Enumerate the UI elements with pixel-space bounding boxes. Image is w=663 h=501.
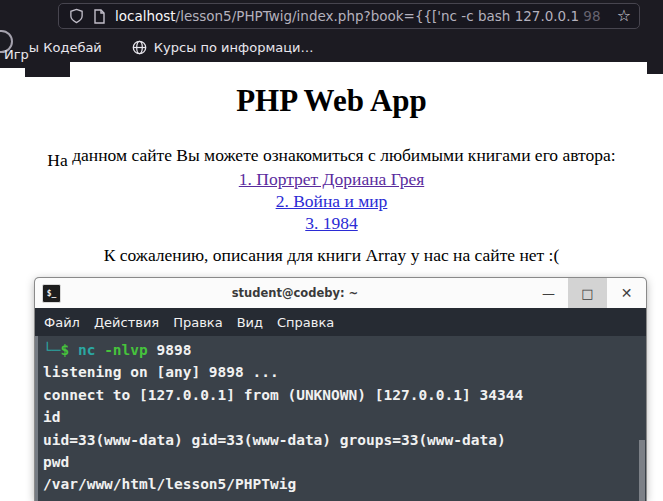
menu-item[interactable]: Действия (87, 315, 166, 330)
maximize-button[interactable]: □ (568, 278, 607, 308)
bookmark-item-codeby-games[interactable]: Игры Кодебай (4, 40, 102, 55)
book-link[interactable]: 2. Война и мир (0, 190, 663, 212)
close-button[interactable]: ✕ (607, 278, 646, 308)
terminal-title: student@codeby: ~ (61, 286, 529, 300)
terminal-line: listening on [any] 9898 ... (43, 361, 646, 383)
bookmark-label: Курсы по информаци… (154, 40, 314, 55)
terminal-line: uid=33(www-data) gid=33(www-data) groups… (43, 429, 646, 451)
terminal-line: └─$ nc -nlvp 9898 (43, 339, 646, 361)
terminal-menubar: ФайлДействияПравкаВидСправка (35, 308, 646, 336)
terminal-scrollbar[interactable] (639, 440, 645, 501)
window-buttons: — □ ✕ (529, 278, 646, 308)
book-links: 1. Портрет Дориана Грея2. Война и мир3. … (0, 168, 663, 234)
not-found-text: К сожалению, описания для книги Array у … (0, 245, 663, 266)
intro-text: На данном сайте Вы можете ознакомиться с… (0, 145, 663, 166)
bookmark-star-icon[interactable]: ☆ (617, 8, 631, 24)
url-bar[interactable]: localhost/lesson5/PHPTwig/index.php?book… (58, 3, 640, 29)
terminal-line: pwd (43, 451, 646, 473)
terminal-icon: $_ (42, 284, 61, 303)
globe-icon (132, 40, 147, 55)
url-path-truncated: 98 (583, 8, 600, 24)
bookmark-label-part: ы Кодебай (29, 40, 102, 55)
url-domain: localhost (115, 8, 176, 24)
terminal-output[interactable]: └─$ nc -nlvp 9898listening on [any] 9898… (35, 336, 646, 501)
page-icon[interactable] (93, 9, 106, 24)
terminal-titlebar[interactable]: $_ student@codeby: ~ — □ ✕ (35, 278, 646, 308)
book-link[interactable]: 3. 1984 (0, 212, 663, 234)
bookmark-label-part: Игр (4, 47, 29, 62)
terminal-icon-glyph: $_ (47, 289, 57, 298)
terminal-line: connect to [127.0.0.1] from (UNKNOWN) [1… (43, 384, 646, 406)
terminal-line: /var/www/html/lesson5/PHPTwig (43, 473, 646, 495)
shield-icon[interactable] (69, 8, 84, 24)
menu-item[interactable]: Вид (230, 315, 270, 330)
menu-item[interactable]: Правка (166, 315, 229, 330)
minimize-button[interactable]: — (529, 278, 568, 308)
browser-toolbar: localhost/lesson5/PHPTwig/index.php?book… (0, 0, 663, 32)
bookmark-item-courses[interactable]: Курсы по информаци… (132, 40, 314, 55)
intro-text-part: данном сайте Вы можете ознакомиться с лю… (68, 145, 616, 165)
url-text[interactable]: localhost/lesson5/PHPTwig/index.php?book… (115, 8, 611, 24)
bookmarks-bar: Игры Кодебай Курсы по информаци… (0, 32, 663, 62)
menu-item[interactable]: Файл (37, 315, 87, 330)
book-link[interactable]: 1. Портрет Дориана Грея (0, 168, 663, 190)
terminal-line: id (43, 406, 646, 428)
terminal-lines: └─$ nc -nlvp 9898listening on [any] 9898… (43, 339, 646, 501)
url-path: /lesson5/PHPTwig/index.php?book={{['nc -… (176, 8, 584, 24)
terminal-window: $_ student@codeby: ~ — □ ✕ ФайлДействияП… (35, 278, 646, 501)
browser-chrome: localhost/lesson5/PHPTwig/index.php?book… (0, 0, 663, 62)
intro-text-part: На (47, 150, 67, 170)
terminal-line: ^c (43, 496, 646, 501)
menu-item[interactable]: Справка (270, 315, 341, 330)
page-title: PHP Web App (0, 83, 663, 119)
web-page: PHP Web App На данном сайте Вы можете оз… (0, 62, 663, 284)
